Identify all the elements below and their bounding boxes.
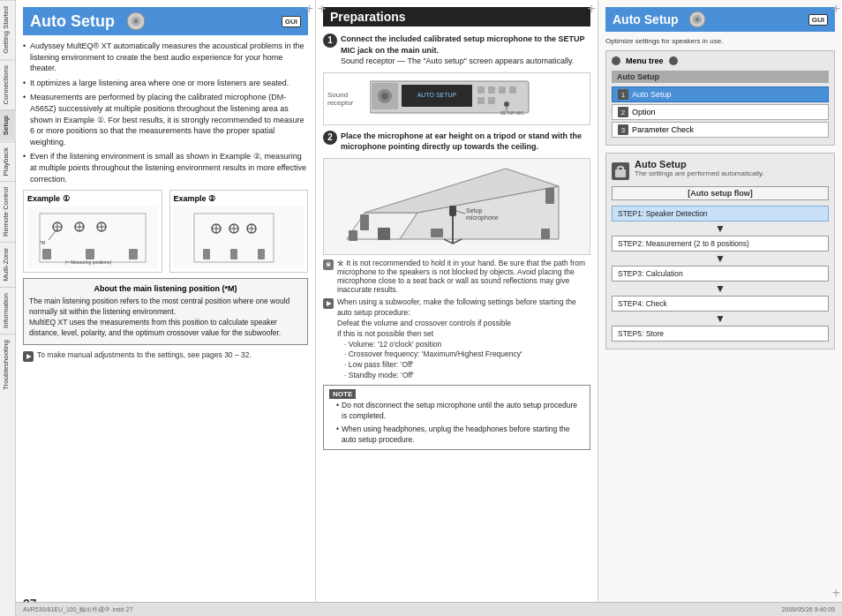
caution-icon: ※ (323, 259, 334, 270)
caution-note: ※ ※ It is not recommended to hold it in … (323, 259, 590, 294)
svg-text:*M: *M (40, 240, 45, 245)
bullet-section: Audyssey MultEQ® XT automatically measur… (23, 41, 308, 184)
example2-svg (181, 209, 296, 267)
sub-bullet-1: Defeat the volume and crossover controls… (337, 319, 590, 329)
subwoofer-title: When using a subwoofer, make the followi… (337, 297, 590, 319)
prep-title: Preparations (330, 10, 406, 24)
step1-sub: Sound receptor (341, 56, 395, 65)
caution-text: ※ It is not recommended to hold it in yo… (337, 259, 590, 294)
auto-setup-flow-section: Auto Setup The settings are performed au… (605, 153, 835, 349)
sidebar-tab-playback[interactable]: Playback (0, 141, 16, 181)
left-panel-title: Auto Setup (30, 12, 115, 31)
step1-sound-label: Sound receptor (327, 91, 363, 107)
example2-box: Example ② (169, 190, 309, 273)
svg-rect-42 (477, 97, 485, 104)
example1-svg: (= Measuring positions) *M (35, 209, 150, 267)
svg-rect-55 (378, 228, 390, 240)
menu-tree-label: Menu tree (626, 56, 664, 65)
step1-number: 1 (323, 34, 337, 48)
flow-arrow-2: ▼ (612, 253, 829, 264)
menu-item-2-label: Option (632, 108, 656, 116)
svg-rect-30 (230, 249, 237, 259)
flow-arrow-3: ▼ (612, 283, 829, 294)
bullet-1: Audyssey MultEQ® XT automatically measur… (23, 41, 308, 74)
svg-rect-13 (42, 249, 51, 259)
right-panel-title: Auto Setup (613, 12, 679, 26)
main-content: + Auto Setup GUI Audyssey MultEQ® XT aut… (16, 0, 842, 616)
menu-item-option[interactable]: 2 Option (612, 104, 829, 120)
flow-arrow-1: ▼ (612, 223, 829, 234)
sidebar-tab-connections[interactable]: Connections (0, 59, 16, 109)
note-label: NOTE (329, 389, 356, 399)
sub-bullet-2: If this is not possible then set (337, 329, 590, 340)
menu-item-3-label: Parameter Check (632, 125, 694, 134)
bottom-note: ▶ To make manual adjustments to the sett… (23, 350, 308, 362)
step1-bold: Connect the included calibrated setup mi… (341, 34, 584, 55)
svg-rect-52 (349, 230, 357, 241)
svg-rect-38 (477, 86, 485, 94)
svg-line-17 (49, 229, 57, 240)
svg-rect-53 (541, 229, 550, 239)
crosshair-right-bottom: + (832, 586, 840, 600)
flow-step-5-label: STEP5: Store (618, 329, 664, 338)
menu-num-3: 3 (618, 124, 628, 135)
about-text: The main listening position refers to th… (29, 297, 302, 339)
about-title: About the main listening position (*M) (29, 284, 302, 293)
middle-panel: + + Preparations 1 Connect the included … (316, 0, 598, 616)
menu-tree-title: Auto Setup (612, 71, 829, 83)
menu-num-1: 1 (618, 89, 628, 100)
svg-rect-50 (360, 214, 369, 230)
menu-tree-section: Menu tree Auto Setup 1 Auto Setup 2 Opti… (605, 50, 835, 146)
svg-point-65 (695, 18, 699, 21)
svg-text:microphone: microphone (466, 214, 499, 222)
svg-rect-54 (431, 229, 443, 237)
bullet-4: Even if the listening environment is sma… (23, 151, 308, 184)
auto-setup-section-icon (612, 162, 629, 180)
svg-rect-14 (86, 249, 94, 259)
flow-step-3-label: STEP3: Calculation (618, 269, 683, 278)
svg-text:Setup: Setup (466, 207, 482, 214)
footer-bar: AVR530/81EU_100_輸出作成中.indd 27 2008/05/26… (16, 602, 842, 616)
about-box: About the main listening position (*M) T… (23, 278, 308, 345)
svg-rect-59 (449, 206, 456, 216)
step1-row: 1 Connect the included calibrated setup … (323, 34, 590, 67)
svg-rect-31 (258, 249, 265, 259)
sidebar-tab-multi-zone[interactable]: Multi-Zone (0, 242, 16, 287)
svg-line-58 (453, 239, 462, 244)
subwoofer-note-icon-row: ▶ When using a subwoofer, make the follo… (323, 297, 590, 319)
footer-left: AVR530/81EU_100_輸出作成中.indd 27 (23, 605, 132, 614)
sidebar-tab-troubleshooting[interactable]: Troubleshooting (0, 334, 16, 395)
sidebar-tab-getting-started[interactable]: Getting Started (0, 0, 16, 59)
bottom-note-text: To make manual adjustments to the settin… (37, 350, 252, 359)
flow-step-3: STEP3: Calculation (612, 266, 829, 282)
sub-bullet-5: · Low pass filter: 'Off' (337, 360, 590, 371)
right-gui-badge: GUI (808, 14, 828, 26)
note-bullet-2: • When using headphones, unplug the head… (336, 424, 584, 446)
crosshair-top-left: + (318, 2, 326, 16)
crosshair-right-top: + (832, 2, 840, 16)
flow-step-1: STEP1: Speaker Detection (612, 206, 829, 222)
flow-step-4-label: STEP4: Check (618, 299, 667, 308)
svg-point-44 (504, 101, 509, 107)
flow-title: [Auto setup flow] (612, 186, 829, 200)
flow-step-2-label: STEP2: Measurement (2 to 8 positions) (618, 239, 749, 248)
auto-setup-section-title-group: Auto Setup The settings are performed au… (635, 159, 764, 183)
sidebar-tab-information[interactable]: Information (0, 287, 16, 334)
example2-title: Example ② (174, 194, 304, 203)
sidebar-tab-setup[interactable]: Setup (0, 109, 16, 140)
svg-point-2 (134, 19, 138, 23)
bullet-3: Measurements are performed by placing th… (23, 92, 308, 147)
menu-item-auto-setup[interactable]: 1 Auto Setup (612, 86, 829, 102)
flow-step-4: STEP4: Check (612, 296, 829, 312)
step2-content: Place the microphone at ear height on a … (341, 131, 590, 153)
left-gui-badge: GUI (282, 16, 301, 27)
menu-num-2: 2 (618, 107, 628, 117)
svg-point-35 (381, 93, 388, 100)
right-subtitle: Optimize settings for speakers in use. (605, 37, 835, 45)
menu-item-parameter-check[interactable]: 3 Parameter Check (612, 122, 829, 138)
sidebar-tab-remote-control[interactable]: Remote Control (0, 181, 16, 242)
svg-text:(= Measuring positions): (= Measuring positions) (65, 259, 111, 265)
auto-setup-section-title: Auto Setup (635, 159, 764, 169)
footer-right: 2008/05/26 9:40:09 (782, 606, 835, 612)
prep-header: Preparations (323, 7, 590, 26)
